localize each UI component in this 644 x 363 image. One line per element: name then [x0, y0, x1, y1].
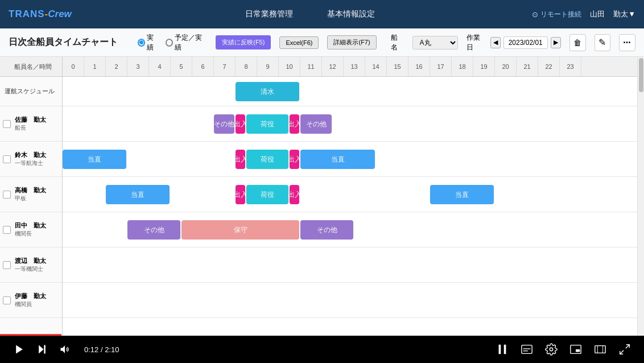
- bar-その他-2[interactable]: その他: [300, 220, 353, 240]
- user-suffix[interactable]: 勤太▼: [613, 9, 635, 19]
- video-container: TRANS - Crew 日常業務管理 基本情報設定 ⊙ リモート接続 山田 勤…: [0, 0, 644, 363]
- time-header-17: 17: [430, 57, 452, 76]
- timeline-section[interactable]: 01234567891011121314151617181920212223 清…: [63, 57, 637, 336]
- theater-btn[interactable]: [592, 341, 608, 357]
- radio-plan[interactable]: 予定／実績: [166, 33, 207, 52]
- date-next-btn[interactable]: ▶: [551, 37, 561, 48]
- volume-icon: [59, 344, 71, 355]
- time-header-8: 8: [236, 57, 257, 76]
- video-controls: 0:12 / 2:10: [0, 336, 644, 363]
- date-prev-btn[interactable]: ◀: [490, 37, 501, 48]
- time-header-12: 12: [322, 57, 344, 76]
- crew-info-6: 伊藤 勤太 機関員: [15, 292, 46, 308]
- bar-荷役-2[interactable]: 荷役: [246, 185, 288, 204]
- theater-icon: [594, 343, 606, 356]
- crew-gantt-row-4: その他保守その他: [63, 212, 637, 248]
- crew-row-4: 田中 勤太 機関長: [0, 212, 62, 248]
- crew-gantt-row-6: [63, 283, 637, 318]
- ship-select[interactable]: A丸: [412, 36, 458, 50]
- play-btn[interactable]: [11, 341, 27, 357]
- bar-清水-0[interactable]: 清水: [236, 82, 299, 101]
- date-nav: 作業日 ◀ 2023/02/01 ▶: [467, 33, 561, 52]
- nav-right: ⊙ リモート接続 山田 勤太▼: [532, 9, 635, 19]
- bar-保守-1[interactable]: 保守: [181, 220, 299, 240]
- bar-当直-0[interactable]: 当直: [106, 185, 170, 204]
- schedule-label: 運航スケジュール: [5, 87, 55, 96]
- detail-btn[interactable]: 詳細表示(F7): [327, 35, 376, 50]
- bar-当直-4[interactable]: 当直: [430, 185, 494, 204]
- bar-出入-1[interactable]: 出入: [236, 185, 245, 204]
- time-header-4: 4: [149, 57, 171, 76]
- nav-daily-ops[interactable]: 日常業務管理: [240, 6, 299, 22]
- left-panel-header: 船員名／時間: [0, 57, 62, 77]
- time-header-11: 11: [300, 57, 322, 76]
- bar-その他-0[interactable]: その他: [127, 220, 180, 240]
- svg-line-14: [626, 345, 629, 348]
- bar-荷役-2[interactable]: 荷役: [246, 150, 288, 169]
- bar-出入-3[interactable]: 出入: [290, 150, 299, 169]
- checkbox-5[interactable]: [3, 261, 11, 269]
- time-header-6: 6: [192, 57, 214, 76]
- page-title: 日次全船員タイムチャート: [9, 36, 118, 48]
- time-header-7: 7: [214, 57, 236, 76]
- excel-btn[interactable]: Excel(F6): [279, 36, 319, 49]
- bar-出入-3[interactable]: 出入: [290, 185, 299, 204]
- next-btn[interactable]: [34, 341, 50, 357]
- delete-btn[interactable]: 🗑: [569, 34, 586, 51]
- radio-actual[interactable]: 実績: [138, 33, 160, 52]
- edit-btn[interactable]: ✎: [595, 34, 611, 51]
- bar-出入-3[interactable]: 出入: [290, 114, 299, 134]
- reflect-btn[interactable]: 実績に反映(F5): [216, 35, 271, 50]
- bar-その他-0[interactable]: その他: [214, 114, 234, 134]
- bar-当直-4[interactable]: 当直: [300, 150, 375, 169]
- pause-icon: [496, 343, 509, 356]
- crew-row-3: 高橋 勤太 甲板: [0, 177, 62, 212]
- bar-その他-4[interactable]: その他: [300, 114, 332, 134]
- scrollbar[interactable]: [637, 57, 644, 336]
- time-header-2: 2: [106, 57, 127, 76]
- checkbox-1[interactable]: [3, 120, 11, 128]
- crew-row-6: 伊藤 勤太 機関員: [0, 283, 62, 318]
- crew-info-4: 田中 勤太 機関長: [15, 221, 46, 238]
- user-name: 山田: [590, 9, 605, 19]
- checkbox-2[interactable]: [3, 155, 11, 163]
- logo: TRANS - Crew: [9, 9, 72, 20]
- checkbox-4[interactable]: [3, 226, 11, 234]
- time-header-19: 19: [473, 57, 495, 76]
- svg-rect-10: [576, 349, 580, 352]
- bar-出入-1[interactable]: 出入: [236, 114, 245, 134]
- crew-info-2: 鈴木 勤太 一等航海士: [15, 151, 46, 167]
- subtitle-btn[interactable]: [519, 341, 535, 357]
- time-header-15: 15: [387, 57, 408, 76]
- svg-rect-4: [504, 345, 506, 354]
- date-label: 作業日: [467, 33, 485, 52]
- time-header-3: 3: [127, 57, 149, 76]
- more-btn[interactable]: •••: [619, 34, 635, 51]
- bar-当直-0[interactable]: 当直: [63, 150, 126, 169]
- left-panel: 船員名／時間 運航スケジュール 佐藤 勤太 船長: [0, 57, 63, 336]
- time-header-5: 5: [171, 57, 192, 76]
- time-header-22: 22: [538, 57, 560, 76]
- svg-rect-11: [595, 346, 605, 353]
- nav-bar: TRANS - Crew 日常業務管理 基本情報設定 ⊙ リモート接続 山田 勤…: [0, 0, 644, 28]
- chart-main: 船員名／時間 運航スケジュール 佐藤 勤太 船長: [0, 57, 644, 336]
- scrollbar-thumb[interactable]: [639, 58, 643, 92]
- checkbox-3[interactable]: [3, 191, 11, 199]
- crew-row-2: 鈴木 勤太 一等航海士: [0, 142, 62, 177]
- copyright: Copyright © 2023 Trans-crew.com All Righ…: [6, 328, 163, 333]
- svg-rect-5: [522, 345, 532, 354]
- time-header-14: 14: [365, 57, 387, 76]
- settings-btn[interactable]: [543, 341, 559, 357]
- bar-荷役-2[interactable]: 荷役: [246, 114, 288, 134]
- remote-btn[interactable]: ⊙ リモート接続: [532, 10, 581, 19]
- pip-btn[interactable]: [568, 341, 584, 357]
- svg-line-15: [620, 350, 624, 354]
- crew-info-3: 高橋 勤太 甲板: [15, 186, 46, 203]
- checkbox-6[interactable]: [3, 296, 11, 304]
- volume-btn[interactable]: [57, 341, 73, 357]
- nav-basic-settings[interactable]: 基本情報設定: [321, 6, 381, 22]
- bar-出入-1[interactable]: 出入: [236, 150, 245, 169]
- pip-icon: [569, 343, 582, 356]
- fullscreen-btn[interactable]: [617, 341, 633, 357]
- pause-btn[interactable]: [494, 341, 510, 357]
